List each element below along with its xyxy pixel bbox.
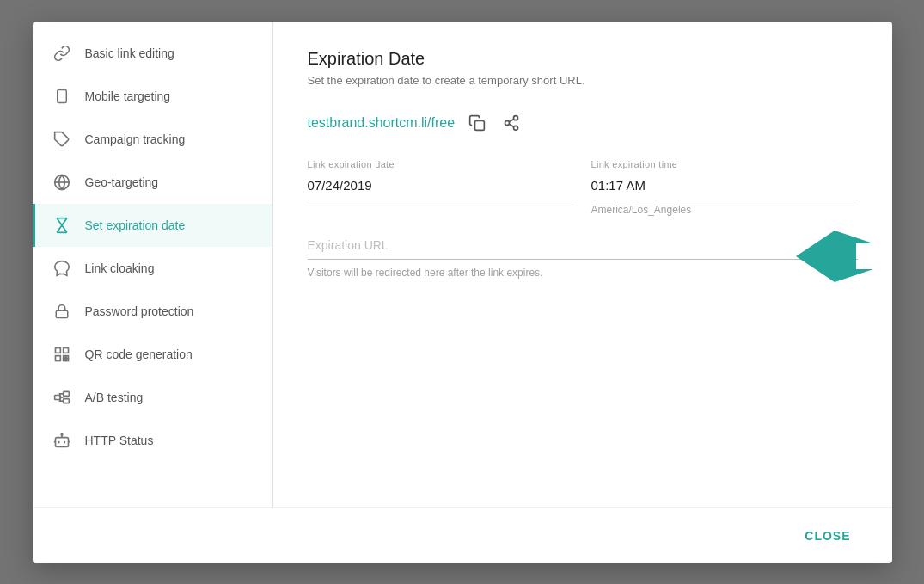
svg-rect-7 (63, 347, 68, 353)
sidebar-item-ab-testing-label: A/B testing (85, 390, 144, 404)
sidebar-item-set-expiration-date[interactable]: Set expiration date (33, 204, 272, 247)
link-icon (52, 44, 71, 63)
main-content: Expiration Date Set the expiration date … (273, 22, 892, 507)
copy-button[interactable] (465, 111, 489, 135)
expiration-date-label: Link expiration date (308, 159, 574, 169)
sidebar-item-mobile-targeting-label: Mobile targeting (85, 89, 171, 103)
svg-rect-6 (55, 347, 60, 353)
hourglass-icon (52, 216, 71, 235)
sidebar-item-geo-targeting[interactable]: Geo-targeting (33, 161, 272, 204)
sidebar-item-basic-link-editing[interactable]: Basic link editing (33, 32, 272, 75)
expiration-url-helper: Visitors will be redirected here after t… (308, 267, 858, 279)
sidebar-item-campaign-tracking-label: Campaign tracking (85, 132, 186, 146)
date-time-row: Link expiration date 07/24/2019 Link exp… (308, 159, 858, 216)
tag-icon (52, 130, 71, 149)
sidebar-item-mobile-targeting[interactable]: Mobile targeting (33, 75, 272, 118)
svg-rect-10 (66, 359, 69, 361)
svg-rect-11 (63, 359, 65, 361)
svg-point-17 (61, 433, 63, 435)
svg-point-24 (505, 120, 510, 125)
share-button[interactable] (499, 111, 523, 135)
expiration-date-group: Link expiration date 07/24/2019 (308, 159, 574, 216)
sidebar-item-basic-link-editing-label: Basic link editing (85, 46, 174, 60)
sidebar-item-qr-code-generation[interactable]: QR code generation (33, 333, 272, 376)
svg-rect-12 (66, 355, 69, 358)
svg-rect-14 (63, 391, 69, 396)
expiration-url-input[interactable] (308, 233, 858, 260)
sidebar-item-set-expiration-date-label: Set expiration date (85, 218, 186, 232)
svg-rect-9 (63, 355, 65, 358)
sidebar-item-http-status[interactable]: HTTP Status (33, 419, 272, 462)
dialog-footer: CLOSE (33, 507, 892, 563)
qrcode-icon (52, 345, 71, 364)
svg-rect-16 (55, 437, 68, 446)
svg-rect-5 (56, 310, 68, 317)
robot-icon (52, 431, 71, 450)
svg-rect-8 (55, 355, 60, 360)
mask-icon (52, 259, 71, 278)
svg-line-27 (509, 119, 514, 121)
globe-icon (52, 173, 71, 192)
dialog: Basic link editing Mobile targeting Camp… (33, 22, 892, 563)
section-subtitle: Set the expiration date to create a temp… (308, 74, 858, 87)
expiration-url-group (308, 233, 858, 260)
svg-line-26 (509, 124, 514, 126)
expiration-time-label: Link expiration time (591, 159, 858, 169)
expiration-url-wrapper: Visitors will be redirected here after t… (308, 233, 858, 279)
svg-rect-15 (63, 398, 69, 403)
lock-icon (52, 302, 71, 321)
sidebar-item-link-cloaking-label: Link cloaking (85, 261, 155, 275)
sidebar-item-campaign-tracking[interactable]: Campaign tracking (33, 118, 272, 161)
sidebar-item-http-status-label: HTTP Status (85, 433, 154, 447)
split-icon (52, 388, 71, 407)
sidebar-item-link-cloaking[interactable]: Link cloaking (33, 247, 272, 290)
timezone-label: America/Los_Angeles (591, 204, 858, 216)
svg-point-25 (514, 126, 518, 130)
close-button[interactable]: CLOSE (791, 522, 864, 550)
url-row: testbrand.shortcm.li/free (308, 111, 858, 135)
sidebar-item-qr-code-generation-label: QR code generation (85, 347, 193, 361)
expiration-date-value[interactable]: 07/24/2019 (308, 173, 574, 200)
sidebar-item-password-protection-label: Password protection (85, 304, 194, 318)
expiration-time-value[interactable]: 01:17 AM (591, 173, 858, 200)
svg-point-23 (514, 115, 518, 120)
svg-rect-22 (475, 120, 485, 130)
sidebar: Basic link editing Mobile targeting Camp… (33, 22, 273, 507)
short-url: testbrand.shortcm.li/free (308, 115, 456, 131)
section-title: Expiration Date (308, 49, 858, 69)
sidebar-item-geo-targeting-label: Geo-targeting (85, 175, 159, 189)
sidebar-item-ab-testing[interactable]: A/B testing (33, 376, 272, 419)
sidebar-item-password-protection[interactable]: Password protection (33, 290, 272, 333)
expiration-time-group: Link expiration time 01:17 AM America/Lo… (591, 159, 858, 216)
mobile-icon (52, 87, 71, 106)
